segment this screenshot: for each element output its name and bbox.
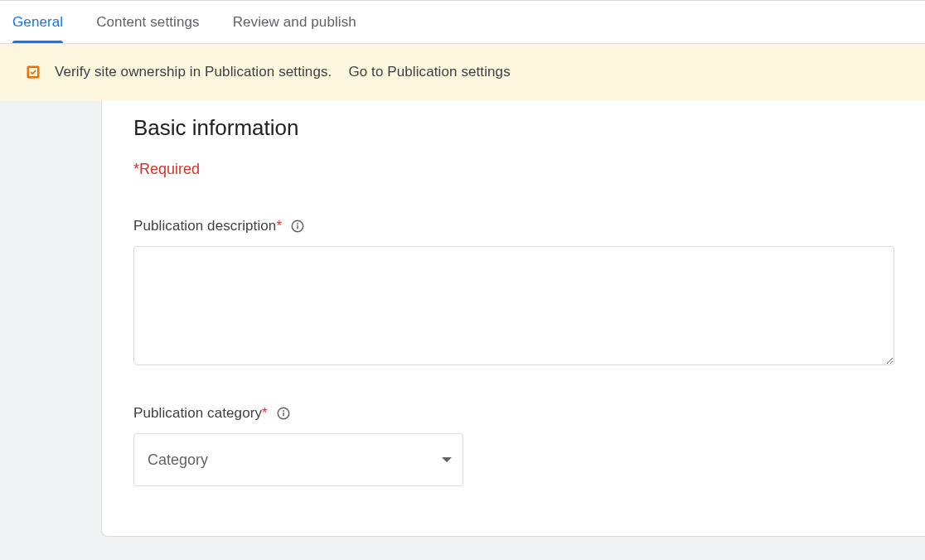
svg-rect-4 <box>297 225 298 229</box>
svg-point-3 <box>297 223 298 224</box>
description-label: Publication description* <box>133 218 282 234</box>
description-textarea[interactable] <box>133 246 894 365</box>
tab-review-publish[interactable]: Review and publish <box>233 1 356 43</box>
description-field-group: Publication description* <box>133 218 894 369</box>
required-note: *Required <box>133 161 894 178</box>
svg-rect-1 <box>29 68 37 76</box>
basic-info-card: Basic information *Required Publication … <box>101 100 925 537</box>
notice-text: Verify site ownership in Publication set… <box>55 64 332 80</box>
tab-content-settings[interactable]: Content settings <box>96 1 199 43</box>
content-area: Basic information *Required Publication … <box>0 100 925 560</box>
tab-general[interactable]: General <box>12 1 63 43</box>
svg-rect-7 <box>283 413 284 417</box>
notice-bar: Verify site ownership in Publication set… <box>0 44 925 100</box>
category-field-group: Publication category* Category <box>133 405 894 486</box>
checkbox-warning-icon <box>25 64 41 80</box>
notice-link[interactable]: Go to Publication settings <box>348 64 510 80</box>
svg-point-6 <box>283 410 284 412</box>
section-title: Basic information <box>133 115 894 141</box>
tabs-bar: General Content settings Review and publ… <box>0 0 925 44</box>
category-select[interactable]: Category <box>133 433 463 486</box>
category-label: Publication category* <box>133 405 268 422</box>
description-label-row: Publication description* <box>133 218 894 234</box>
info-icon[interactable] <box>290 219 305 234</box>
info-icon[interactable] <box>276 406 291 421</box>
category-label-row: Publication category* <box>133 405 894 422</box>
category-select-wrapper: Category <box>133 433 463 486</box>
